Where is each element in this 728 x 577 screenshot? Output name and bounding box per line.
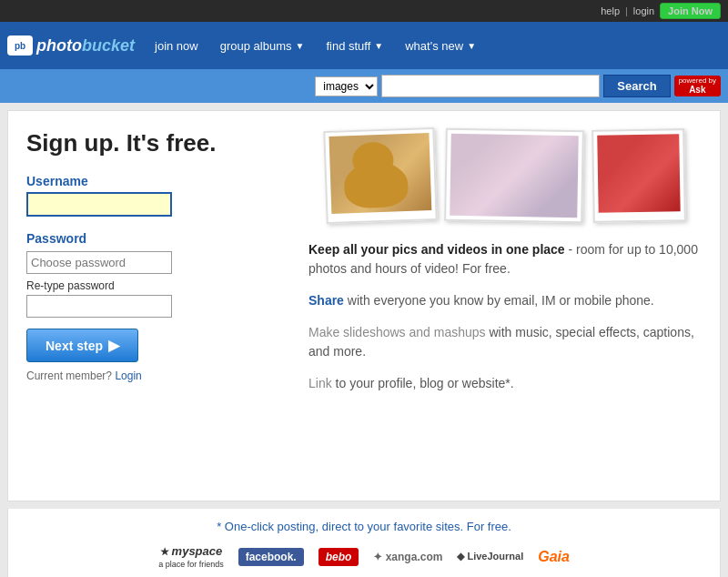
ask-text: Ask bbox=[689, 85, 705, 95]
find-stuff-nav-link[interactable]: find stuff ▼ bbox=[315, 22, 394, 69]
next-step-button[interactable]: Next step ▶ bbox=[26, 329, 138, 362]
search-bar: images Search powered by Ask bbox=[0, 69, 728, 103]
nav-bar: pb photobucket join now group albums ▼ f… bbox=[0, 22, 728, 69]
photo-heart bbox=[597, 134, 680, 213]
feature-slideshow-muted: Make slideshows and mashups bbox=[308, 325, 486, 339]
main-content: Sign up. It's free. Username Password Re… bbox=[7, 110, 721, 501]
group-albums-arrow: ▼ bbox=[296, 41, 305, 51]
username-group: Username bbox=[26, 174, 290, 217]
bottom-bar: * One-click posting, direct to your favo… bbox=[7, 509, 721, 577]
next-step-label: Next step bbox=[46, 339, 103, 353]
myspace-logo: ★ myspacea place for friends bbox=[158, 544, 224, 569]
right-section: Keep all your pics and videos in one pla… bbox=[308, 129, 702, 482]
search-input[interactable] bbox=[381, 75, 600, 97]
photo-dog bbox=[329, 133, 431, 214]
current-member-text: Current member? Login bbox=[26, 369, 290, 382]
photo-frame-girls bbox=[444, 128, 584, 224]
feature-link-muted: Link bbox=[308, 376, 332, 390]
whats-new-arrow: ▼ bbox=[467, 41, 476, 51]
username-input[interactable] bbox=[26, 192, 172, 217]
feature-link: Link to your profile, blog or website*. bbox=[308, 374, 702, 393]
help-link[interactable]: help bbox=[601, 5, 620, 16]
whats-new-nav-link[interactable]: what's new ▼ bbox=[394, 22, 487, 69]
dog-body-shape bbox=[344, 161, 410, 208]
facebook-logo: facebook. bbox=[238, 548, 304, 566]
feature-link-rest: to your profile, blog or website*. bbox=[336, 376, 514, 390]
feature-share-rest: with everyone you know by email, IM or m… bbox=[348, 293, 654, 308]
oneclick-text: * One-click posting, direct to your favo… bbox=[23, 520, 705, 533]
logo-icon: pb bbox=[7, 35, 33, 56]
password-label: Password bbox=[26, 231, 290, 246]
choose-password-input[interactable] bbox=[26, 251, 172, 274]
photo-girls bbox=[450, 134, 579, 218]
photo-frame-heart bbox=[592, 128, 686, 223]
form-section: Sign up. It's free. Username Password Re… bbox=[26, 129, 290, 482]
pipe-divider: | bbox=[625, 5, 628, 16]
username-label: Username bbox=[26, 174, 290, 188]
ask-logo: powered by Ask bbox=[674, 76, 721, 97]
logo-text: photobucket bbox=[36, 36, 135, 56]
join-now-top-button[interactable]: Join Now bbox=[660, 3, 721, 19]
search-button[interactable]: Search bbox=[603, 75, 670, 97]
retype-label: Re-type password bbox=[26, 279, 290, 292]
feature-storage-highlight: Keep all your pics and videos in one pla… bbox=[308, 242, 565, 257]
photos-area bbox=[308, 129, 702, 222]
password-group: Password Re-type password bbox=[26, 231, 290, 318]
bebo-logo: bebo bbox=[318, 548, 359, 566]
feature-share-highlight: Share bbox=[308, 293, 344, 308]
retype-password-input[interactable] bbox=[26, 295, 172, 318]
top-bar: help | login Join Now bbox=[0, 0, 728, 22]
photo-frame-dog bbox=[323, 127, 437, 224]
feature-slideshow: Make slideshows and mashups with music, … bbox=[308, 323, 702, 361]
group-albums-nav-link[interactable]: group albums ▼ bbox=[209, 22, 316, 69]
xanga-logo: ✦ xanga.com bbox=[373, 551, 442, 563]
gaia-logo: Gaia bbox=[538, 549, 570, 565]
next-step-arrow: ▶ bbox=[108, 337, 119, 354]
livejournal-logo: ◆ LiveJournal bbox=[457, 551, 523, 562]
login-link[interactable]: login bbox=[633, 5, 654, 16]
find-stuff-arrow: ▼ bbox=[374, 41, 383, 51]
login-link-form[interactable]: Login bbox=[115, 369, 141, 382]
logo: pb photobucket bbox=[7, 35, 135, 56]
partner-logos: ★ myspacea place for friends facebook. b… bbox=[23, 544, 705, 569]
feature-share: Share with everyone you know by email, I… bbox=[308, 291, 702, 310]
join-now-nav-link[interactable]: join now bbox=[144, 22, 209, 69]
search-type-dropdown[interactable]: images bbox=[315, 76, 378, 96]
feature-storage: Keep all your pics and videos in one pla… bbox=[308, 240, 702, 278]
signup-title: Sign up. It's free. bbox=[26, 129, 290, 157]
powered-by-text: powered by bbox=[679, 77, 716, 86]
